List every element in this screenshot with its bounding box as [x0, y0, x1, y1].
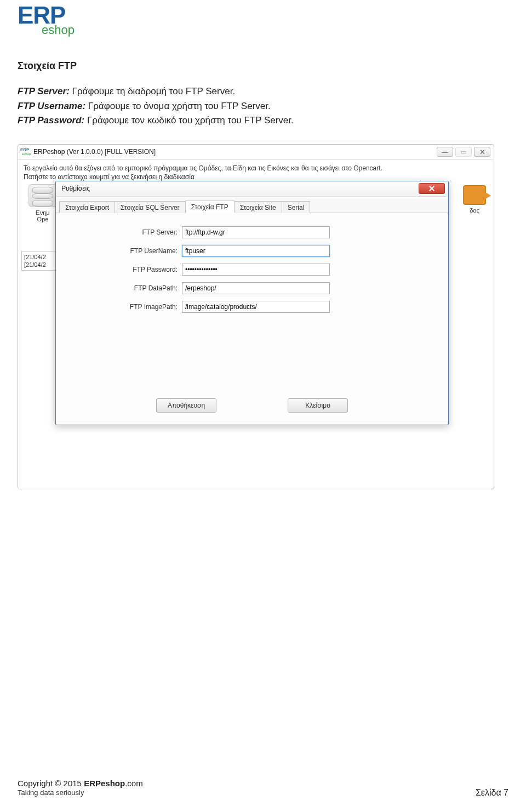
logo-line2: eshop	[42, 23, 75, 37]
app-icon: ERPeshop	[20, 147, 31, 156]
app-intro-line1: Το εργαλείο αυτό θα εξάγει από το εμπορι…	[24, 164, 488, 173]
log-panel-fragment: [21/04/2 [21/04/2	[21, 251, 59, 271]
label-ftp-username: FTP UserName:	[67, 247, 182, 255]
desc-text: Γράφουμε τη διαδρομή του FTP Server.	[70, 86, 235, 96]
minimize-button[interactable]: —	[437, 147, 453, 157]
footer-brand-suffix: .com	[125, 779, 143, 788]
close-icon	[429, 186, 434, 191]
exit-icon	[463, 185, 486, 205]
row-ftp-imagepath: FTP ImagePath:	[67, 301, 437, 313]
settings-dialog: Ρυθμίσεις Στοιχεία Export Στοιχεία SQL S…	[55, 181, 449, 425]
dialog-button-row: Αποθήκευση Κλείσιμο	[56, 398, 448, 413]
desc-text: Γράφουμε το όνομα χρήστη του FTP Server.	[85, 101, 271, 111]
row-ftp-server: FTP Server:	[67, 226, 437, 238]
window-controls: — ▭ ✕	[437, 147, 490, 157]
dialog-titlebar: Ρυθμίσεις	[56, 181, 448, 197]
desc-ftp-password: FTP Password: Γράφουμε τον κωδικό του χρ…	[18, 114, 508, 128]
dialog-title: Ρυθμίσεις	[61, 185, 419, 192]
label-ftp-datapath: FTP DataPath:	[67, 284, 182, 292]
app-intro-line2: Πατήστε το αντίστοιχο κουμπί για να ξεκι…	[24, 173, 488, 182]
log-line: [21/04/2	[24, 261, 56, 268]
desc-text: Γράφουμε τον κωδικό του χρήστη του FTP S…	[84, 115, 294, 125]
app-window: ERPeshop ERPeshop (Ver 1.0.0.0) [FULL VE…	[18, 144, 494, 489]
input-ftp-datapath[interactable]	[182, 282, 330, 294]
database-icon	[28, 184, 57, 207]
tab-export[interactable]: Στοιχεία Export	[59, 201, 115, 213]
input-ftp-password[interactable]	[182, 264, 330, 276]
save-button[interactable]: Αποθήκευση	[156, 398, 216, 413]
label-ftp-server: FTP Server:	[67, 228, 182, 236]
exit-label-frag: δος	[461, 207, 488, 214]
desc-ftp-username: FTP Username: Γράφουμε το όνομα χρήστη τ…	[18, 100, 508, 113]
close-button[interactable]: ✕	[474, 147, 490, 157]
row-ftp-datapath: FTP DataPath:	[67, 282, 437, 294]
app-title: ERPeshop (Ver 1.0.0.0) [FULL VERSION]	[33, 148, 437, 156]
form-area: FTP Server: FTP UserName: FTP Password: …	[56, 213, 448, 325]
copyright: Copyright © 2015 ERPeshop.com	[18, 778, 143, 789]
page-number: Σελίδα 7	[476, 788, 508, 798]
app-intro: Το εργαλείο αυτό θα εξάγει από το εμπορι…	[18, 160, 494, 181]
tab-serial[interactable]: Serial	[282, 201, 311, 213]
row-ftp-password: FTP Password:	[67, 264, 437, 276]
tab-ftp[interactable]: Στοιχεία FTP	[185, 201, 235, 213]
desc-label: FTP Password:	[18, 115, 84, 125]
exit-button-fragment[interactable]: δος	[461, 185, 488, 215]
footer-tagline: Taking data seriously	[18, 788, 143, 798]
page-footer: Copyright © 2015 ERPeshop.com Taking dat…	[18, 778, 508, 798]
app-titlebar: ERPeshop ERPeshop (Ver 1.0.0.0) [FULL VE…	[18, 145, 494, 160]
label-ftp-password: FTP Password:	[67, 266, 182, 273]
maximize-button: ▭	[455, 147, 472, 157]
input-ftp-imagepath[interactable]	[182, 301, 330, 313]
desc-label: FTP Username:	[18, 101, 85, 111]
section-title: Στοιχεία FTP	[18, 60, 508, 72]
dialog-close-button[interactable]	[419, 183, 445, 194]
input-ftp-server[interactable]	[182, 226, 330, 238]
footer-brand: ERPeshop	[84, 779, 125, 788]
close-dialog-button[interactable]: Κλείσιμο	[288, 398, 348, 413]
dialog-tabs: Στοιχεία Export Στοιχεία SQL Server Στοι…	[56, 199, 448, 213]
desc-ftp-server: FTP Server: Γράφουμε τη διαδρομή του FTP…	[18, 85, 508, 99]
tab-sql-server[interactable]: Στοιχεία SQL Server	[115, 201, 186, 213]
row-ftp-username: FTP UserName:	[67, 245, 437, 257]
desc-label: FTP Server:	[18, 86, 70, 96]
tab-site[interactable]: Στοιχεία Site	[234, 201, 282, 213]
input-ftp-username[interactable]	[182, 245, 330, 257]
brand-logo: ERP eshop	[18, 4, 75, 37]
label-ftp-imagepath: FTP ImagePath:	[67, 303, 182, 311]
log-line: [21/04/2	[24, 253, 56, 261]
copyright-prefix: Copyright © 2015	[18, 779, 84, 788]
